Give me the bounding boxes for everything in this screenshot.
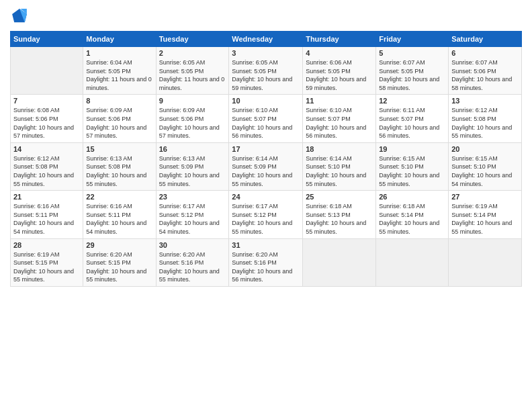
calendar-cell: 5Sunrise: 6:07 AM Sunset: 5:05 PM Daylig… xyxy=(376,47,449,95)
col-monday: Monday xyxy=(83,32,156,47)
calendar-cell xyxy=(11,47,83,95)
day-number: 2 xyxy=(159,49,226,57)
calendar-cell: 7Sunrise: 6:08 AM Sunset: 5:06 PM Daylig… xyxy=(11,95,83,142)
calendar-week-3: 21Sunrise: 6:16 AM Sunset: 5:11 PM Dayli… xyxy=(11,191,522,238)
header xyxy=(10,7,522,26)
day-info: Sunrise: 6:05 AM Sunset: 5:05 PM Dayligh… xyxy=(232,58,300,92)
logo xyxy=(10,7,32,26)
day-info: Sunrise: 6:12 AM Sunset: 5:08 PM Dayligh… xyxy=(13,154,80,188)
calendar-cell: 8Sunrise: 6:09 AM Sunset: 5:06 PM Daylig… xyxy=(83,95,156,142)
col-thursday: Thursday xyxy=(303,32,376,47)
day-number: 23 xyxy=(159,193,226,201)
day-number: 21 xyxy=(13,193,80,201)
day-number: 7 xyxy=(13,97,80,105)
calendar-header-row: Sunday Monday Tuesday Wednesday Thursday… xyxy=(11,32,522,47)
calendar-cell: 23Sunrise: 6:17 AM Sunset: 5:12 PM Dayli… xyxy=(156,191,229,238)
day-info: Sunrise: 6:09 AM Sunset: 5:06 PM Dayligh… xyxy=(159,106,226,140)
calendar-week-2: 14Sunrise: 6:12 AM Sunset: 5:08 PM Dayli… xyxy=(11,142,522,190)
calendar-cell: 3Sunrise: 6:05 AM Sunset: 5:05 PM Daylig… xyxy=(229,47,303,95)
day-number: 6 xyxy=(451,49,519,57)
day-info: Sunrise: 6:05 AM Sunset: 5:05 PM Dayligh… xyxy=(159,58,226,92)
calendar-cell: 27Sunrise: 6:19 AM Sunset: 5:14 PM Dayli… xyxy=(449,191,522,238)
day-number: 26 xyxy=(379,193,445,201)
day-number: 18 xyxy=(306,145,373,153)
calendar-cell: 29Sunrise: 6:20 AM Sunset: 5:15 PM Dayli… xyxy=(83,238,156,286)
calendar-cell: 18Sunrise: 6:14 AM Sunset: 5:10 PM Dayli… xyxy=(303,142,376,190)
day-info: Sunrise: 6:19 AM Sunset: 5:15 PM Dayligh… xyxy=(13,250,80,284)
day-info: Sunrise: 6:16 AM Sunset: 5:11 PM Dayligh… xyxy=(86,202,152,236)
day-number: 12 xyxy=(379,97,445,105)
col-sunday: Sunday xyxy=(11,32,83,47)
day-number: 11 xyxy=(306,97,373,105)
day-info: Sunrise: 6:17 AM Sunset: 5:12 PM Dayligh… xyxy=(159,202,226,236)
col-friday: Friday xyxy=(376,32,449,47)
calendar-cell: 21Sunrise: 6:16 AM Sunset: 5:11 PM Dayli… xyxy=(11,191,83,238)
day-info: Sunrise: 6:18 AM Sunset: 5:14 PM Dayligh… xyxy=(379,202,445,236)
calendar-week-4: 28Sunrise: 6:19 AM Sunset: 5:15 PM Dayli… xyxy=(11,238,522,286)
day-info: Sunrise: 6:11 AM Sunset: 5:07 PM Dayligh… xyxy=(379,106,445,140)
day-number: 9 xyxy=(159,97,226,105)
calendar-cell: 1Sunrise: 6:04 AM Sunset: 5:05 PM Daylig… xyxy=(83,47,156,95)
calendar-cell: 25Sunrise: 6:18 AM Sunset: 5:13 PM Dayli… xyxy=(303,191,376,238)
day-number: 13 xyxy=(451,97,519,105)
day-info: Sunrise: 6:18 AM Sunset: 5:13 PM Dayligh… xyxy=(306,202,373,236)
day-info: Sunrise: 6:12 AM Sunset: 5:08 PM Dayligh… xyxy=(451,106,519,140)
calendar-cell: 9Sunrise: 6:09 AM Sunset: 5:06 PM Daylig… xyxy=(156,95,229,142)
day-info: Sunrise: 6:07 AM Sunset: 5:05 PM Dayligh… xyxy=(379,58,445,92)
day-number: 30 xyxy=(159,241,226,249)
day-info: Sunrise: 6:04 AM Sunset: 5:05 PM Dayligh… xyxy=(86,58,152,92)
day-info: Sunrise: 6:19 AM Sunset: 5:14 PM Dayligh… xyxy=(451,202,519,236)
day-info: Sunrise: 6:20 AM Sunset: 5:15 PM Dayligh… xyxy=(86,250,152,284)
day-number: 14 xyxy=(13,145,80,153)
logo-icon xyxy=(10,7,29,26)
day-info: Sunrise: 6:13 AM Sunset: 5:09 PM Dayligh… xyxy=(159,154,226,188)
calendar-cell: 14Sunrise: 6:12 AM Sunset: 5:08 PM Dayli… xyxy=(11,142,83,190)
day-info: Sunrise: 6:16 AM Sunset: 5:11 PM Dayligh… xyxy=(13,202,80,236)
day-number: 16 xyxy=(159,145,226,153)
day-info: Sunrise: 6:15 AM Sunset: 5:10 PM Dayligh… xyxy=(451,154,519,188)
day-number: 25 xyxy=(306,193,373,201)
day-number: 19 xyxy=(379,145,445,153)
day-info: Sunrise: 6:07 AM Sunset: 5:06 PM Dayligh… xyxy=(451,58,519,92)
day-info: Sunrise: 6:10 AM Sunset: 5:07 PM Dayligh… xyxy=(306,106,373,140)
day-number: 1 xyxy=(86,49,152,57)
calendar-cell: 26Sunrise: 6:18 AM Sunset: 5:14 PM Dayli… xyxy=(376,191,449,238)
day-number: 22 xyxy=(86,193,152,201)
calendar-cell: 16Sunrise: 6:13 AM Sunset: 5:09 PM Dayli… xyxy=(156,142,229,190)
day-number: 17 xyxy=(232,145,300,153)
calendar-week-1: 7Sunrise: 6:08 AM Sunset: 5:06 PM Daylig… xyxy=(11,95,522,142)
calendar-cell: 12Sunrise: 6:11 AM Sunset: 5:07 PM Dayli… xyxy=(376,95,449,142)
day-number: 24 xyxy=(232,193,300,201)
calendar-cell xyxy=(449,238,522,286)
page: Sunday Monday Tuesday Wednesday Thursday… xyxy=(0,0,532,411)
day-number: 8 xyxy=(86,97,152,105)
calendar-cell: 30Sunrise: 6:20 AM Sunset: 5:16 PM Dayli… xyxy=(156,238,229,286)
day-info: Sunrise: 6:20 AM Sunset: 5:16 PM Dayligh… xyxy=(159,250,226,284)
day-number: 20 xyxy=(451,145,519,153)
day-number: 28 xyxy=(13,241,80,249)
calendar-cell: 11Sunrise: 6:10 AM Sunset: 5:07 PM Dayli… xyxy=(303,95,376,142)
day-info: Sunrise: 6:09 AM Sunset: 5:06 PM Dayligh… xyxy=(86,106,152,140)
calendar-cell: 15Sunrise: 6:13 AM Sunset: 5:08 PM Dayli… xyxy=(83,142,156,190)
day-number: 15 xyxy=(86,145,152,153)
day-number: 31 xyxy=(232,241,300,249)
day-info: Sunrise: 6:20 AM Sunset: 5:16 PM Dayligh… xyxy=(232,250,300,284)
calendar-cell: 17Sunrise: 6:14 AM Sunset: 5:09 PM Dayli… xyxy=(229,142,303,190)
day-info: Sunrise: 6:14 AM Sunset: 5:09 PM Dayligh… xyxy=(232,154,300,188)
calendar-cell: 6Sunrise: 6:07 AM Sunset: 5:06 PM Daylig… xyxy=(449,47,522,95)
day-number: 4 xyxy=(306,49,373,57)
day-info: Sunrise: 6:17 AM Sunset: 5:12 PM Dayligh… xyxy=(232,202,300,236)
day-info: Sunrise: 6:14 AM Sunset: 5:10 PM Dayligh… xyxy=(306,154,373,188)
calendar-cell xyxy=(376,238,449,286)
day-number: 10 xyxy=(232,97,300,105)
calendar-cell: 24Sunrise: 6:17 AM Sunset: 5:12 PM Dayli… xyxy=(229,191,303,238)
col-wednesday: Wednesday xyxy=(229,32,303,47)
calendar-cell: 13Sunrise: 6:12 AM Sunset: 5:08 PM Dayli… xyxy=(449,95,522,142)
day-number: 27 xyxy=(451,193,519,201)
calendar: Sunday Monday Tuesday Wednesday Thursday… xyxy=(10,31,522,287)
calendar-cell: 28Sunrise: 6:19 AM Sunset: 5:15 PM Dayli… xyxy=(11,238,83,286)
day-number: 3 xyxy=(232,49,300,57)
day-info: Sunrise: 6:08 AM Sunset: 5:06 PM Dayligh… xyxy=(13,106,80,140)
day-number: 5 xyxy=(379,49,445,57)
col-saturday: Saturday xyxy=(449,32,522,47)
